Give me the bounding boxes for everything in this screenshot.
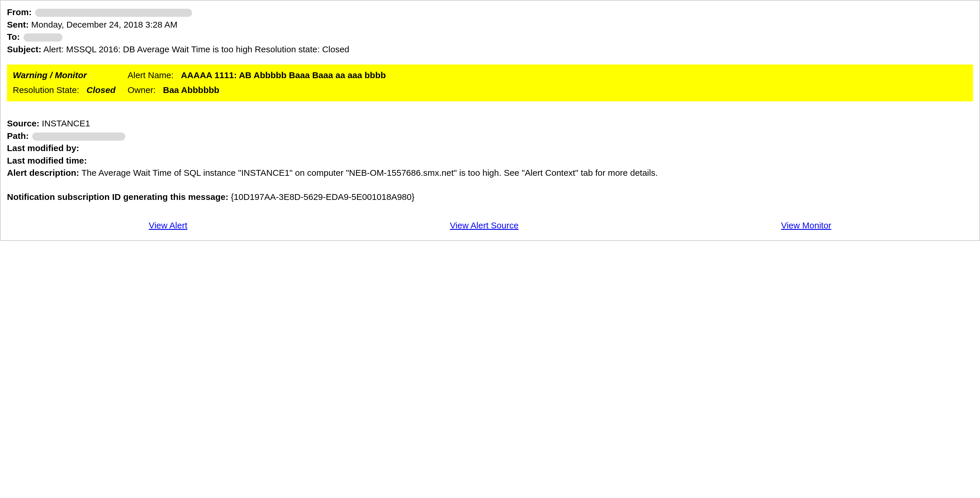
last-modified-by-label: Last modified by: — [7, 143, 79, 153]
alert-name-value: AAAAA 1111: AB Abbbbb Baaa Baaa aa aaa b… — [181, 70, 386, 80]
view-monitor-link[interactable]: View Monitor — [781, 220, 831, 232]
to-line: To: — [7, 31, 973, 43]
subscription-line: Notification subscription ID generating … — [7, 191, 973, 203]
links-row: View Alert View Alert Source View Monito… — [7, 220, 973, 232]
resolution-value: Closed — [87, 85, 116, 95]
path-line: Path: — [7, 130, 973, 142]
severity-cell: Warning / Monitor — [13, 68, 127, 83]
subscription-value: {10D197AA-3E8D-5629-EDA9-5E001018A980} — [231, 192, 414, 202]
last-modified-time-label: Last modified time: — [7, 156, 87, 165]
to-redacted — [24, 33, 62, 41]
highlight-banner: Warning / Monitor Alert Name: AAAAA 1111… — [7, 65, 973, 102]
source-line: Source: INSTANCE1 — [7, 118, 973, 130]
view-alert-link[interactable]: View Alert — [149, 220, 188, 232]
highlight-row-2: Resolution State: Closed Owner: Baa Abbb… — [13, 83, 969, 98]
path-label: Path: — [7, 131, 29, 141]
subject-line: Subject: Alert: MSSQL 2016: DB Average W… — [7, 44, 973, 56]
subject-label: Subject: — [7, 45, 41, 54]
owner-value: Baa Abbbbbb — [163, 85, 220, 95]
subject-value: Alert: MSSQL 2016: DB Average Wait Time … — [43, 45, 349, 54]
alert-description-value: The Average Wait Time of SQL instance "I… — [81, 168, 658, 178]
from-label: From: — [7, 7, 32, 17]
resolution-cell: Resolution State: Closed — [13, 83, 127, 98]
last-modified-by-line: Last modified by: — [7, 142, 973, 154]
alert-name-label: Alert Name: — [127, 70, 173, 80]
alert-name-cell: Alert Name: AAAAA 1111: AB Abbbbb Baaa B… — [127, 68, 969, 83]
spacer — [7, 180, 973, 191]
owner-label: Owner: — [127, 85, 156, 95]
last-modified-time-line: Last modified time: — [7, 155, 973, 167]
resolution-label: Resolution State: — [13, 85, 79, 95]
view-alert-source-link[interactable]: View Alert Source — [450, 220, 519, 232]
from-redacted — [35, 9, 192, 17]
to-label: To: — [7, 32, 20, 41]
sent-label: Sent: — [7, 20, 29, 29]
sent-line: Sent: Monday, December 24, 2018 3:28 AM — [7, 19, 973, 31]
subscription-label: Notification subscription ID generating … — [7, 192, 228, 202]
email-container: From: Sent: Monday, December 24, 2018 3:… — [0, 0, 980, 241]
severity-text: Warning / Monitor — [13, 70, 87, 80]
source-label: Source: — [7, 119, 40, 128]
from-line: From: — [7, 6, 973, 18]
alert-description-label: Alert description: — [7, 168, 79, 178]
owner-cell: Owner: Baa Abbbbbb — [127, 83, 969, 98]
source-value: INSTANCE1 — [42, 119, 90, 128]
sent-value: Monday, December 24, 2018 3:28 AM — [31, 20, 177, 29]
alert-description-line: Alert description: The Average Wait Time… — [7, 167, 973, 179]
path-redacted — [32, 132, 125, 141]
highlight-row-1: Warning / Monitor Alert Name: AAAAA 1111… — [13, 68, 969, 83]
